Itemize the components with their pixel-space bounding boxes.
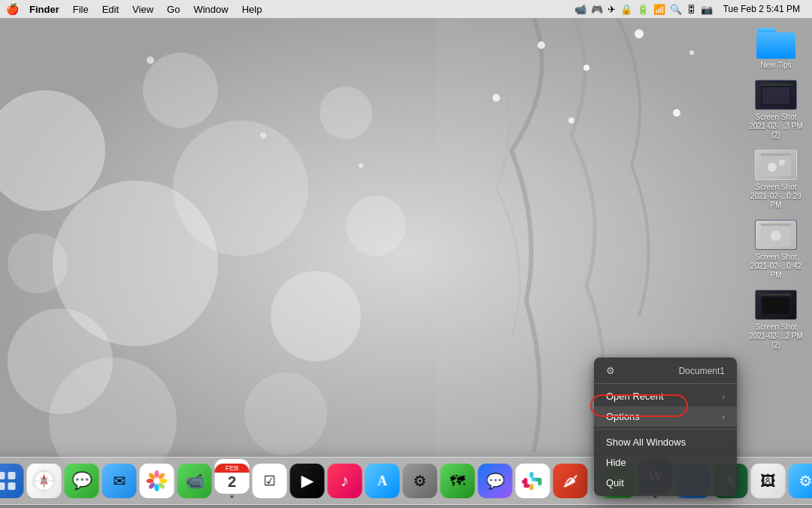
context-menu-show-all-windows[interactable]: Show All Windows xyxy=(594,432,737,452)
svg-point-2 xyxy=(53,181,218,346)
context-menu: ⚙ Document1 Open Recent › Options › Show… xyxy=(594,357,737,496)
context-menu-app-name: Document1 xyxy=(679,366,725,376)
calendar-active-dot xyxy=(231,495,234,498)
svg-rect-25 xyxy=(762,87,789,104)
dock-item-paprika[interactable]: 🌶 xyxy=(553,464,588,498)
context-menu-open-recent[interactable]: Open Recent › xyxy=(594,386,737,406)
svg-point-14 xyxy=(583,65,589,71)
svg-point-28 xyxy=(768,163,777,172)
svg-rect-64 xyxy=(530,484,534,490)
dock-item-preview[interactable]: 🖼 xyxy=(751,464,786,498)
dock-item-reminders[interactable]: ☑ xyxy=(253,464,287,498)
svg-rect-65 xyxy=(536,478,542,482)
desktop-icons: New Tips Screen Shot 2021-02-...3 PM (2) xyxy=(746,24,806,353)
svg-rect-41 xyxy=(8,472,16,479)
quit-label: Quit xyxy=(606,477,624,488)
battery-icon[interactable]: 🔋 xyxy=(637,4,649,15)
dock-item-calendar[interactable]: FEB 2 xyxy=(215,459,250,498)
paprika-menubar-icon[interactable]: ✈ xyxy=(607,4,616,15)
dock-item-music[interactable]: ♪ xyxy=(328,464,362,498)
context-menu-hide[interactable]: Hide xyxy=(594,452,737,473)
hide-label: Hide xyxy=(606,457,626,468)
svg-point-22 xyxy=(359,163,363,168)
menubar-right: 📹 🎮 ✈ 🔒 🔋 📶 🔍 🎛 📷 Tue Feb 2 5:41 PM xyxy=(574,2,806,16)
svg-point-5 xyxy=(271,271,361,361)
desktop-icon-label-screenshot4: Screen Shot 2021-02-...2 PM (2) xyxy=(749,323,803,350)
options-label: Options xyxy=(606,411,640,422)
svg-point-16 xyxy=(689,50,694,55)
dock-item-system-preferences[interactable]: ⚙ xyxy=(403,464,438,498)
svg-rect-31 xyxy=(761,224,791,226)
svg-rect-40 xyxy=(0,472,5,479)
menubar-edit[interactable]: Edit xyxy=(96,2,125,17)
menubar-app-name[interactable]: Finder xyxy=(23,2,65,17)
svg-point-20 xyxy=(147,56,154,64)
svg-point-3 xyxy=(8,309,113,414)
show-all-windows-label: Show All Windows xyxy=(606,437,686,448)
dock-item-appstore[interactable]: A xyxy=(365,464,400,498)
desktop: 🍎 Finder File Edit View Go Window Help 📹… xyxy=(0,0,812,508)
desktop-icon-new-tips[interactable]: New Tips xyxy=(746,24,806,73)
open-recent-chevron: › xyxy=(722,392,725,401)
desktop-icon-screenshot4[interactable]: Screen Shot 2021-02-...2 PM (2) xyxy=(746,286,806,353)
gamecontroller-icon[interactable]: 🎮 xyxy=(591,4,603,15)
doc-icon: ⚙ xyxy=(606,365,615,376)
svg-rect-27 xyxy=(761,154,791,156)
svg-point-21 xyxy=(260,132,266,138)
context-menu-separator-1 xyxy=(594,383,737,384)
open-recent-label: Open Recent xyxy=(606,391,664,402)
dock-item-photos[interactable] xyxy=(140,464,174,498)
wifi-icon[interactable]: 📶 xyxy=(653,4,665,15)
desktop-icon-screenshot2[interactable]: Screen Shot 2021-02-...0:29 PM xyxy=(746,146,806,213)
svg-point-9 xyxy=(244,373,327,455)
menubar-file[interactable]: File xyxy=(67,2,95,17)
desktop-icon-label-screenshot1: Screen Shot 2021-02-...3 PM (2) xyxy=(749,113,803,140)
svg-rect-67 xyxy=(524,484,530,488)
dock-item-messenger[interactable]: 💬 xyxy=(478,464,513,498)
svg-point-51 xyxy=(155,470,159,478)
lock-icon[interactable]: 🔒 xyxy=(620,4,632,15)
svg-point-57 xyxy=(147,479,154,483)
dock-item-mail[interactable]: ✉ xyxy=(102,464,137,498)
search-icon[interactable]: 🔍 xyxy=(670,4,682,15)
svg-point-17 xyxy=(492,94,500,102)
svg-point-55 xyxy=(155,484,159,491)
apple-menu[interactable]: 🍎 xyxy=(6,3,19,15)
menubar-go[interactable]: Go xyxy=(161,2,186,17)
dock-item-safari[interactable] xyxy=(27,464,62,498)
svg-point-6 xyxy=(143,53,218,128)
menubar-view[interactable]: View xyxy=(126,2,159,17)
svg-rect-66 xyxy=(530,472,534,478)
desktop-icon-screenshot3[interactable]: Screen Shot 2021-02-...0:42 PM xyxy=(746,216,806,283)
options-chevron: › xyxy=(722,412,725,421)
svg-point-19 xyxy=(673,109,680,117)
datetime-display: Tue Feb 2 5:41 PM xyxy=(717,2,806,16)
desktop-icon-label-new-tips: New Tips xyxy=(760,61,791,70)
menubar-window[interactable]: Window xyxy=(187,2,234,17)
desktop-icon-label-screenshot2: Screen Shot 2021-02-...0:29 PM xyxy=(749,183,803,210)
dock-item-messages[interactable]: 💬 xyxy=(65,464,99,498)
facetime-icon[interactable]: 📹 xyxy=(574,4,586,15)
context-menu-quit[interactable]: Quit xyxy=(594,473,737,493)
svg-point-13 xyxy=(538,41,545,49)
svg-rect-61 xyxy=(522,480,526,484)
svg-point-10 xyxy=(320,87,372,139)
desktop-icon-screenshot1[interactable]: Screen Shot 2021-02-...3 PM (2) xyxy=(746,76,806,143)
context-menu-options[interactable]: Options › xyxy=(594,406,737,427)
dock-item-appletv[interactable]: ▶ xyxy=(290,464,325,498)
dock-item-slack[interactable] xyxy=(516,464,550,498)
dock-item-facetime[interactable]: 📹 xyxy=(177,464,212,498)
notification-icon[interactable]: 📷 xyxy=(701,4,713,15)
svg-rect-43 xyxy=(8,482,16,490)
dock-item-maps[interactable]: 🗺 xyxy=(441,464,475,498)
menubar: 🍎 Finder File Edit View Go Window Help 📹… xyxy=(0,0,812,18)
controlcenter-icon[interactable]: 🎛 xyxy=(686,4,696,15)
dock-item-sys-pref-2[interactable]: ⚙ xyxy=(789,464,813,498)
svg-rect-35 xyxy=(762,297,789,314)
svg-point-32 xyxy=(771,230,781,241)
dock-item-launchpad[interactable] xyxy=(0,464,24,498)
svg-point-18 xyxy=(568,117,574,123)
svg-point-4 xyxy=(173,120,308,256)
menubar-help[interactable]: Help xyxy=(236,2,268,17)
svg-rect-24 xyxy=(761,84,791,86)
